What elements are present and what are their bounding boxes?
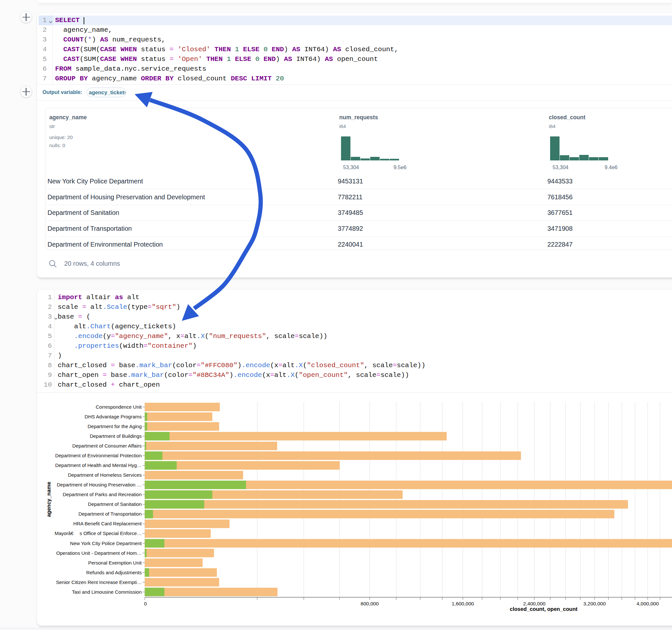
svg-text:agency_name: agency_name (46, 482, 51, 517)
svg-text:Personal Exemption Unit: Personal Exemption Unit (88, 560, 142, 565)
svg-text:Department of Sanitation: Department of Sanitation (88, 501, 142, 507)
svg-text:800,000: 800,000 (360, 601, 379, 606)
svg-text:Department of Health and Menta: Department of Health and Mental Hyg… (55, 462, 142, 468)
svg-text:Department of Buildings: Department of Buildings (90, 433, 142, 439)
svg-text:3,200,000: 3,200,000 (583, 601, 606, 606)
svg-text:2,400,000: 2,400,000 (523, 601, 546, 606)
svg-text:Operations Unit - Department o: Operations Unit - Department of Hom… (56, 550, 142, 556)
svg-text:DHS Advantage Programs: DHS Advantage Programs (85, 414, 142, 419)
svg-text:Taxi and Limousine Commission: Taxi and Limousine Commission (72, 589, 142, 595)
svg-text:HRA Benefit Card Replacement: HRA Benefit Card Replacement (73, 521, 142, 526)
svg-text:Correspondence Unit: Correspondence Unit (96, 404, 142, 410)
svg-text:Senior Citizen Rent Increase E: Senior Citizen Rent Increase Exempti… (56, 579, 142, 585)
svg-text:0: 0 (144, 601, 147, 606)
svg-text:Department of Homeless Service: Department of Homeless Services (68, 472, 142, 478)
svg-text:Mayorâ€ s Office of Special E: Mayorâ€ s Office of Special Enforce… (54, 531, 142, 536)
svg-text:1,600,000: 1,600,000 (452, 601, 474, 606)
svg-text:New York City Police Departmen: New York City Police Department (70, 540, 142, 546)
svg-text:Department for the Aging: Department for the Aging (88, 423, 142, 429)
svg-text:Department of Housing Preserva: Department of Housing Preservation … (57, 482, 142, 487)
svg-text:Department of Parks and Recrea: Department of Parks and Recreation (63, 492, 142, 497)
svg-text:Department of Environmental Pr: Department of Environmental Protection (55, 453, 142, 458)
svg-text:closed_count, open_count: closed_count, open_count (510, 606, 578, 612)
svg-text:4,000,000: 4,000,000 (637, 601, 659, 606)
svg-text:Department of Consumer Affairs: Department of Consumer Affairs (72, 443, 142, 449)
svg-text:Department of Transportation: Department of Transportation (78, 511, 142, 516)
svg-text:Refunds and Adjustments: Refunds and Adjustments (86, 570, 142, 575)
